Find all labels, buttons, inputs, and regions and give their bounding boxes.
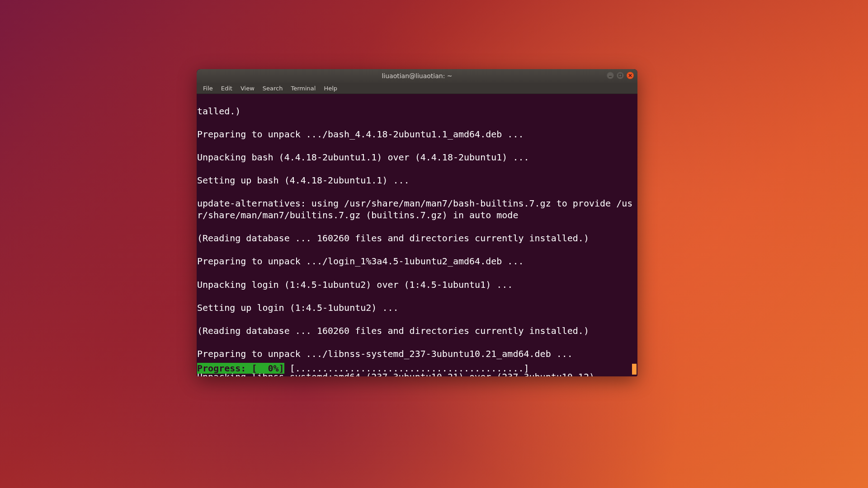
desktop-wallpaper: liuaotian@liuaotian: ~ File Edit View Se… [0, 0, 868, 488]
progress-bar: [.......................................… [284, 363, 535, 374]
close-icon [627, 73, 633, 78]
progress-percent-badge: Progress: [ 0%] [197, 363, 284, 374]
terminal-line: (Reading database ... 160260 files and d… [197, 325, 637, 337]
progress-row: Progress: [ 0%] [.......................… [197, 363, 637, 375]
maximize-icon [618, 73, 623, 78]
menu-search[interactable]: Search [259, 84, 287, 93]
menu-help[interactable]: Help [320, 84, 341, 93]
window-title: liuaotian@liuaotian: ~ [382, 72, 452, 80]
terminal-line: Preparing to unpack .../login_1%3a4.5-1u… [197, 256, 637, 267]
window-controls [607, 72, 634, 79]
menu-edit[interactable]: Edit [217, 84, 236, 93]
close-button[interactable] [627, 72, 634, 79]
menu-file[interactable]: File [199, 84, 217, 93]
menu-terminal[interactable]: Terminal [287, 84, 319, 93]
menu-bar: File Edit View Search Terminal Help [197, 83, 637, 94]
menu-view[interactable]: View [237, 84, 258, 93]
terminal-cursor [632, 364, 637, 375]
terminal-line: Preparing to unpack .../libnss-systemd_2… [197, 348, 637, 360]
terminal-line: Unpacking bash (4.4.18-2ubuntu1.1) over … [197, 152, 637, 164]
terminal-line: Setting up bash (4.4.18-2ubuntu1.1) ... [197, 175, 637, 187]
terminal-line: Unpacking login (1:4.5-1ubuntu2) over (1… [197, 279, 637, 291]
terminal-line: talled.) [197, 106, 637, 117]
terminal-output[interactable]: talled.) Preparing to unpack .../bash_4.… [197, 94, 637, 376]
minimize-button[interactable] [607, 72, 614, 79]
terminal-line: update-alternatives: using /usr/share/ma… [197, 198, 637, 221]
terminal-window[interactable]: liuaotian@liuaotian: ~ File Edit View Se… [197, 69, 637, 376]
terminal-line: (Reading database ... 160260 files and d… [197, 233, 637, 244]
terminal-line: Setting up login (1:4.5-1ubuntu2) ... [197, 302, 637, 314]
svg-rect-1 [619, 74, 622, 77]
terminal-line: Preparing to unpack .../bash_4.4.18-2ubu… [197, 129, 637, 141]
maximize-button[interactable] [617, 72, 624, 79]
minimize-icon [608, 73, 613, 78]
window-titlebar[interactable]: liuaotian@liuaotian: ~ [197, 69, 637, 83]
